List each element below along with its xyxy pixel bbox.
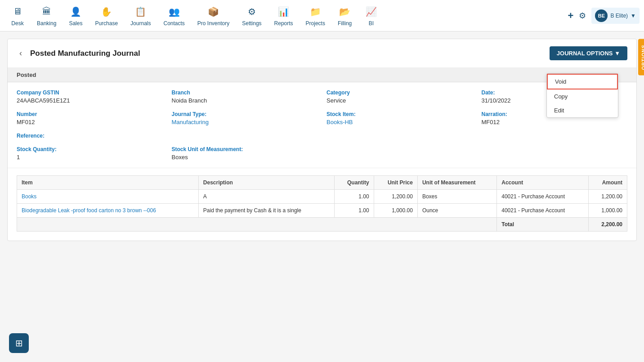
col-amount: Amount (589, 176, 627, 190)
nav-items: 🖥 Desk 🏛 Banking 👤 Sales ✋ Purchase 📋 Jo… (4, 1, 568, 30)
journal-table: Item Description Quantity Unit Price Uni… (17, 175, 627, 232)
add-button[interactable]: + (568, 10, 574, 22)
options-sidebar-tab[interactable]: OPTIONS (638, 39, 644, 76)
dropdown-item-edit[interactable]: Edit (547, 103, 618, 117)
nav-item-journals[interactable]: 📋 Journals (124, 1, 157, 30)
branch-label: Branch (172, 89, 318, 96)
bi-icon: 📈 (364, 5, 378, 18)
dropdown-item-copy[interactable]: Copy (547, 89, 618, 103)
nav-label-pro-inventory: Pro Inventory (197, 20, 229, 27)
nav-item-projects[interactable]: 📁 Projects (300, 1, 331, 30)
row2-item[interactable]: Biodegradable Leak -proof food carton no… (17, 204, 199, 218)
details-row-2: Number MF012 Journal Type: Manufacturing… (17, 111, 627, 125)
nav-label-sales: Sales (69, 20, 82, 27)
details-row-1: Company GSTIN 24AABCA5951E1Z1 Branch Noi… (17, 89, 627, 104)
row2-amount: 1,000.00 (589, 204, 627, 218)
details-row-3: Reference: (17, 133, 627, 139)
nav-item-contacts[interactable]: 👥 Contacts (157, 1, 191, 30)
top-nav: 🖥 Desk 🏛 Banking 👤 Sales ✋ Purchase 📋 Jo… (0, 0, 644, 31)
table-total-row: Total 2,200.00 (17, 218, 627, 232)
journal-type-value: Manufacturing (172, 119, 318, 125)
chevron-down-icon: ▼ (631, 13, 636, 19)
nav-label-purchase: Purchase (95, 20, 118, 27)
journal-type-item: Journal Type: Manufacturing (172, 111, 318, 125)
company-gstin-label: Company GSTIN (17, 89, 163, 96)
nav-label-settings: Settings (242, 20, 261, 27)
row2-unit-price: 1,000.00 (374, 204, 417, 218)
filling-icon: 📂 (338, 5, 352, 18)
row1-item[interactable]: Books (17, 190, 199, 204)
col-uom: Unit of Measurement (417, 176, 496, 190)
nav-item-reports[interactable]: 📊 Reports (268, 1, 300, 30)
dropdown-item-void[interactable]: Void (547, 74, 618, 89)
user-name: B Elite) (610, 13, 628, 19)
nav-label-contacts: Contacts (163, 20, 184, 27)
narration-value: MF012 (482, 119, 628, 125)
page-header-left: ‹ Posted Manufacturing Journal (17, 48, 140, 59)
nav-item-sales[interactable]: 👤 Sales (63, 1, 89, 30)
settings-icon: ⚙ (245, 5, 259, 18)
desk-icon: 🖥 (11, 5, 24, 18)
page-title: Posted Manufacturing Journal (30, 49, 140, 58)
sales-icon: 👤 (69, 5, 82, 18)
branch-item: Branch Noida Branch (172, 89, 318, 104)
nav-item-bi[interactable]: 📈 BI (358, 1, 384, 30)
row2-description: Paid the payment by Cash & it is a singl… (198, 204, 334, 218)
stock-uom-item: Stock Unit of Measurement: Boxes (172, 146, 318, 161)
stock-item-item: Stock Item: Books-HB (326, 111, 473, 125)
details-row-4: Stock Quantity: 1 Stock Unit of Measurem… (17, 146, 627, 161)
total-empty (17, 218, 497, 232)
stock-uom-label: Stock Unit of Measurement: (172, 146, 318, 152)
settings-gear-button[interactable]: ⚙ (579, 11, 586, 21)
nav-item-purchase[interactable]: ✋ Purchase (89, 1, 124, 30)
journal-options-dropdown: Void Copy Edit (546, 73, 618, 118)
journal-options-container: JOURNAL OPTIONS ▼ Void Copy Edit (550, 46, 627, 60)
row1-uom: Boxes (417, 190, 496, 204)
category-label: Category (326, 89, 473, 96)
category-item: Category Service (326, 89, 473, 104)
total-value: 2,200.00 (589, 218, 627, 232)
nav-item-desk[interactable]: 🖥 Desk (4, 1, 31, 30)
stock-item-label: Stock Item: (326, 111, 473, 117)
nav-item-settings[interactable]: ⚙ Settings (236, 1, 268, 30)
col-quantity: Quantity (334, 176, 374, 190)
company-gstin-item: Company GSTIN 24AABCA5951E1Z1 (17, 89, 163, 104)
category-value: Service (326, 97, 473, 104)
nav-label-journals: Journals (130, 20, 151, 27)
company-gstin-value: 24AABCA5951E1Z1 (17, 97, 163, 104)
row1-account: 40021 - Purchase Account (497, 190, 589, 204)
user-badge[interactable]: BE B Elite) ▼ (591, 8, 640, 24)
avatar: BE (595, 9, 608, 22)
journals-icon: 📋 (134, 5, 148, 18)
stock-item-value: Books-HB (326, 119, 473, 125)
reports-icon: 📊 (277, 5, 291, 18)
table-row: Books A 1.00 1,200.00 Boxes 40021 - Purc… (17, 190, 627, 204)
stock-quantity-label: Stock Quantity: (17, 146, 163, 152)
journal-type-label: Journal Type: (172, 111, 318, 117)
nav-label-projects: Projects (306, 20, 325, 27)
branch-value: Noida Branch (172, 97, 318, 104)
journal-options-button[interactable]: JOURNAL OPTIONS ▼ (550, 46, 627, 60)
number-item: Number MF012 (17, 111, 163, 125)
table-row: Biodegradable Leak -proof food carton no… (17, 204, 627, 218)
nav-label-banking: Banking (37, 20, 56, 27)
nav-label-bi: BI (369, 20, 374, 27)
row2-uom: Ounce (417, 204, 496, 218)
nav-label-desk: Desk (11, 20, 23, 27)
pro-inventory-icon: 📦 (207, 5, 220, 18)
row2-quantity: 1.00 (334, 204, 374, 218)
col-unit-price: Unit Price (374, 176, 417, 190)
purchase-icon: ✋ (100, 5, 113, 18)
back-button[interactable]: ‹ (17, 48, 25, 59)
nav-item-filling[interactable]: 📂 Filling (331, 1, 358, 30)
number-label: Number (17, 111, 163, 117)
nav-item-pro-inventory[interactable]: 📦 Pro Inventory (191, 1, 236, 30)
nav-right: + ⚙ BE B Elite) ▼ (568, 8, 640, 24)
status-bar: Posted (8, 68, 636, 82)
row2-account: 40021 - Purchase Account (497, 204, 589, 218)
nav-item-banking[interactable]: 🏛 Banking (31, 1, 63, 30)
table-section: Item Description Quantity Unit Price Uni… (8, 175, 636, 241)
total-label: Total (497, 218, 589, 232)
stock-uom-value: Boxes (172, 154, 318, 161)
table-header-row: Item Description Quantity Unit Price Uni… (17, 176, 627, 190)
